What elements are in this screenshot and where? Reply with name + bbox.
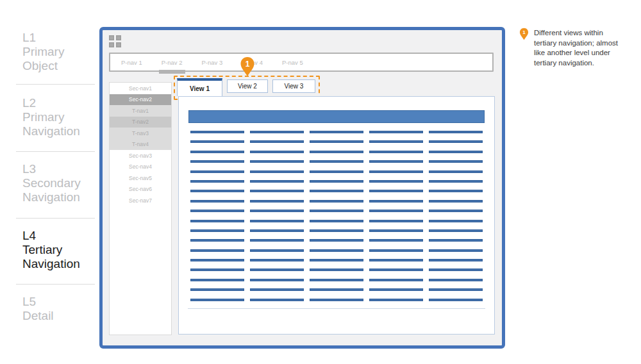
wireframe-window: P-nav 1P-nav 2P-nav 3P-nav 4P-nav 5 Sec-…	[99, 27, 505, 349]
placeholder-line	[429, 210, 483, 212]
placeholder-line	[369, 279, 423, 281]
placeholder-line	[250, 210, 304, 212]
pnav-item-1[interactable]: P-nav 1	[121, 59, 142, 66]
placeholder-line	[369, 140, 423, 143]
grid-icon[interactable]	[109, 35, 121, 47]
secondary-nav-item[interactable]: Sec-nav1	[110, 83, 171, 94]
placeholder-line	[369, 170, 423, 173]
placeholder-line	[250, 279, 304, 281]
placeholder-line	[310, 190, 363, 192]
placeholder-line	[310, 170, 363, 173]
placeholder-line	[250, 249, 304, 252]
placeholder-line	[429, 140, 483, 143]
placeholder-line	[310, 229, 363, 232]
placeholder-line	[310, 288, 363, 291]
placeholder-line	[369, 131, 423, 133]
placeholder-line	[310, 239, 363, 242]
secondary-nav-panel: Sec-nav1Sec-nav2T-nav1T-nav2T-nav3T-nav4…	[109, 82, 172, 335]
placeholder-line	[190, 151, 244, 153]
placeholder-line	[310, 180, 363, 183]
placeholder-line	[190, 220, 244, 222]
tertiary-nav-item[interactable]: T-nav3	[110, 128, 171, 139]
content-panel	[178, 96, 495, 335]
pnav-item-5[interactable]: P-nav 5	[282, 59, 303, 66]
secondary-nav-item[interactable]: Sec-nav5	[110, 172, 171, 184]
secondary-nav-item[interactable]: Sec-nav7	[110, 195, 171, 206]
placeholder-line	[190, 249, 244, 252]
placeholder-line	[369, 220, 423, 222]
placeholder-line	[369, 160, 423, 163]
placeholder-line	[369, 259, 423, 261]
placeholder-line	[369, 190, 423, 192]
secondary-nav-item[interactable]: Sec-nav4	[110, 161, 171, 173]
placeholder-line	[310, 259, 363, 261]
annotation-text: Different views within tertiary navigati…	[534, 28, 621, 68]
placeholder-line	[429, 279, 483, 281]
placeholder-line	[250, 239, 304, 242]
placeholder-line	[250, 259, 304, 261]
placeholder-line	[429, 160, 483, 163]
tertiary-nav-item[interactable]: T-nav4	[110, 139, 171, 151]
placeholder-line	[250, 140, 304, 143]
placeholder-line	[429, 180, 483, 183]
placeholder-line	[310, 249, 363, 252]
placeholder-line	[190, 200, 244, 203]
content-header-bar	[188, 110, 485, 123]
placeholder-line	[310, 151, 363, 153]
placeholder-line	[190, 229, 244, 232]
sidebar-level-l4: L4 Tertiary Navigation	[22, 229, 80, 271]
secondary-nav-item[interactable]: Sec-nav2	[110, 94, 171, 106]
placeholder-line	[429, 259, 483, 261]
secondary-nav-item[interactable]: Sec-nav6	[110, 184, 171, 195]
placeholder-line	[369, 249, 423, 252]
placeholder-line	[429, 249, 483, 252]
placeholder-line	[250, 170, 304, 173]
placeholder-line	[310, 299, 363, 301]
placeholder-line	[369, 151, 423, 153]
legend-divider	[16, 151, 95, 152]
placeholder-line	[190, 140, 244, 143]
sidebar-level-l5: L5 Detail	[22, 295, 54, 323]
pnav-item-3[interactable]: P-nav 3	[202, 59, 223, 66]
placeholder-line	[429, 220, 483, 222]
placeholder-line	[369, 288, 423, 291]
svg-text:1: 1	[246, 60, 250, 69]
placeholder-line	[369, 229, 423, 232]
placeholder-line	[310, 140, 363, 143]
placeholder-line	[369, 180, 423, 183]
callout-pin-icon: 1	[240, 56, 255, 77]
sidebar-level-l2: L2 Primary Navigation	[22, 96, 80, 138]
placeholder-line	[369, 239, 423, 242]
legend-divider	[16, 218, 95, 219]
placeholder-line	[310, 200, 363, 203]
placeholder-line	[250, 190, 304, 192]
sidebar-level-l1: L1 Primary Object	[22, 31, 64, 73]
view-tab-1[interactable]: View 1	[177, 78, 222, 96]
placeholder-line	[310, 269, 363, 271]
placeholder-line	[429, 131, 483, 133]
primary-nav-bar: P-nav 1P-nav 2P-nav 3P-nav 4P-nav 5	[109, 53, 494, 72]
placeholder-line	[190, 180, 244, 183]
placeholder-line	[190, 170, 244, 173]
sidebar-level-l3: L3 Secondary Navigation	[22, 162, 81, 204]
placeholder-line	[250, 220, 304, 222]
placeholder-line	[190, 259, 244, 261]
tertiary-nav-item[interactable]: T-nav1	[110, 105, 171, 117]
placeholder-line	[429, 299, 483, 301]
view-tab-3[interactable]: View 3	[272, 79, 315, 93]
placeholder-line	[369, 299, 423, 301]
placeholder-line	[310, 210, 363, 212]
placeholder-line	[250, 160, 304, 163]
placeholder-line	[310, 131, 363, 133]
hierarchy-legend: L1 Primary ObjectL2 Primary NavigationL3…	[0, 0, 99, 364]
placeholder-line	[250, 299, 304, 301]
secondary-nav-item[interactable]: Sec-nav3	[110, 150, 171, 161]
annotation-pin-icon: 1	[519, 28, 529, 40]
view-tab-2[interactable]: View 2	[227, 79, 268, 93]
placeholder-line	[310, 160, 363, 163]
placeholder-line	[190, 299, 244, 301]
tertiary-nav-item[interactable]: T-nav2	[110, 117, 171, 128]
pnav-item-2[interactable]: P-nav 2	[162, 59, 183, 66]
placeholder-line	[250, 131, 304, 133]
placeholder-line	[429, 190, 483, 192]
